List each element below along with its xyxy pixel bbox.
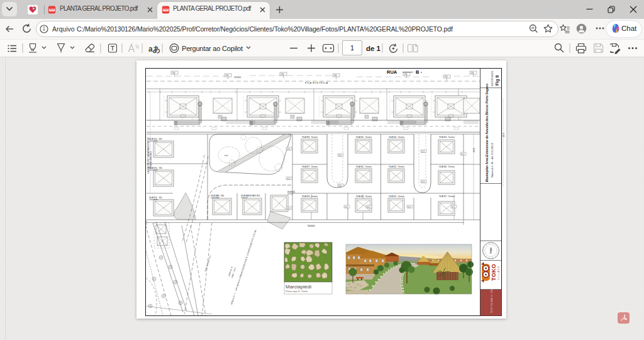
svg-text:46.6: 46.6 <box>502 133 505 137</box>
svg-text:VILA 904 - Terreno: VILA 904 - Terreno <box>389 136 404 139</box>
svg-text:150: 150 <box>172 72 175 74</box>
svg-text:12.5: 12.5 <box>287 207 291 210</box>
svg-text:Costruendo: Costruendo <box>211 196 219 199</box>
svg-text:TN&B: TN&B <box>490 247 492 254</box>
svg-text:12.5: 12.5 <box>338 154 342 157</box>
svg-text:150: 150 <box>445 76 448 78</box>
svg-text:Fig 9: Fig 9 <box>495 76 500 86</box>
svg-text:12.5: 12.5 <box>421 181 425 183</box>
svg-text:VILA 908 - Terreno: VILA 908 - Terreno <box>302 136 318 139</box>
svg-text:area: area <box>225 154 228 157</box>
svg-text:TOKO VILLAGE srl - B.A.: TOKO VILLAGE srl - B.A. <box>491 288 493 313</box>
svg-text:12.5: 12.5 <box>338 184 342 187</box>
svg-text:12.5: 12.5 <box>287 148 291 150</box>
svg-text:VILA 903 - Terreno: VILA 903 - Terreno <box>439 136 455 139</box>
svg-text:VIALE A.1 MQ 7.4.3: VIALE A.1 MQ 7.4.3 <box>204 255 211 272</box>
svg-text:VILA 952 - Terreno: VILA 952 - Terreno <box>389 195 404 198</box>
svg-text:150: 150 <box>471 72 474 74</box>
svg-text:AREA N° 7 - SPIAGGIA URBANIZZA: AREA N° 7 - SPIAGGIA URBANIZZAZIONE E CO… <box>230 229 257 305</box>
svg-text:PDF: PDF <box>164 9 169 11</box>
svg-text:aあ: aあ <box>148 45 160 54</box>
svg-text:Stacond n° 29 - del 15/11/2010: Stacond n° 29 - del 15/11/2010 <box>491 142 494 178</box>
svg-text:150: 150 <box>404 73 408 76</box>
svg-text:RUA: RUA <box>387 69 397 75</box>
svg-text:Terreno: Terreno <box>287 193 293 195</box>
svg-text:VILA 909 - Terreno: VILA 909 - Terreno <box>302 195 318 198</box>
svg-text:de 1: de 1 <box>366 45 381 52</box>
svg-text:55000: 55000 <box>308 224 315 227</box>
svg-text:MASTERPLAN GEN.: MASTERPLAN GEN. <box>491 71 494 86</box>
svg-text:B: B <box>416 69 419 75</box>
svg-text:12.5: 12.5 <box>408 206 411 208</box>
svg-text:TOKO: TOKO <box>491 264 497 281</box>
svg-text:150: 150 <box>334 74 337 77</box>
svg-text:Masterplan Area Estensione da: Masterplan Area Estensione da Avenida do… <box>485 84 489 182</box>
svg-text:FILA ELETRICA: FILA ELETRICA <box>305 81 328 84</box>
svg-text:12.5: 12.5 <box>452 206 455 208</box>
svg-text:VILA 906 - Terreno: VILA 906 - Terreno <box>439 166 455 168</box>
svg-text:VILA 900 - Terreno: VILA 900 - Terreno <box>356 166 372 168</box>
svg-text:PDF: PDF <box>50 9 55 11</box>
svg-text:Pietra tipo S. Tomè: Pietra tipo S. Tomè <box>286 290 308 293</box>
svg-text:VILA 905 - Terreno: VILA 905 - Terreno <box>356 136 372 139</box>
svg-text:Costruendo: Costruendo <box>149 198 158 201</box>
svg-text:12.5: 12.5 <box>421 150 425 153</box>
svg-text:48.8: 48.8 <box>473 148 475 152</box>
svg-text:12.5: 12.5 <box>461 153 465 156</box>
svg-text:VILA 902 - Terreno: VILA 902 - Terreno <box>389 166 404 168</box>
svg-text:Costru di: Costru di <box>241 196 248 199</box>
svg-text:12.5: 12.5 <box>345 206 348 208</box>
svg-text:VILA 907 - Terreno: VILA 907 - Terreno <box>302 166 318 168</box>
svg-text:VILA 901 - Terreno: VILA 901 - Terreno <box>356 195 372 198</box>
svg-text:20305: 20305 <box>234 76 242 79</box>
svg-text:12.5: 12.5 <box>367 206 370 208</box>
svg-text:VILLAGE: VILLAGE <box>497 266 500 280</box>
svg-text:12.5: 12.5 <box>287 178 291 180</box>
svg-text:Perguntar ao Copilot: Perguntar ao Copilot <box>182 45 243 52</box>
svg-text:150: 150 <box>281 73 284 76</box>
svg-text:Marciapiedi: Marciapiedi <box>286 284 311 290</box>
svg-text:150: 150 <box>226 74 229 77</box>
svg-text:STRADA COMUNALE: STRADA COMUNALE <box>150 151 152 169</box>
svg-text:VILA 957 - Terreno: VILA 957 - Terreno <box>439 195 455 198</box>
